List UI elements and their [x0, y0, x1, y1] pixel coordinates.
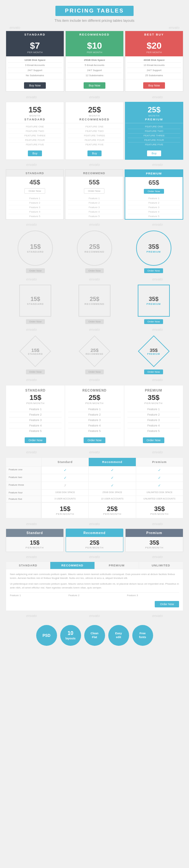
s5-recommend-square: 25$ RECOMMEND [78, 285, 111, 317]
s4-recommend-circle: 25$ RECOMMEND [77, 230, 112, 266]
s2-recommended-buy-button[interactable]: Buy [88, 151, 101, 156]
watermark: envato [26, 222, 37, 226]
s8-feature-row-4: Feature five 3 USER ACCOUNTS 10 USER ACC… [6, 496, 183, 502]
watermark: envato [152, 450, 163, 454]
section8: Standard Recommend Premium Feature one ✓… [6, 458, 183, 518]
s1-standard-price-area: $7 PER MONTH [6, 38, 64, 56]
s6-item-premium: 35$ PREMIUM Order Now [139, 337, 168, 374]
badge-layouts: 10 layouts [60, 625, 81, 646]
s10-tabs: STANDARD RECOMMEND PREMIUM UNLIMITED [6, 562, 183, 569]
s1-card-recommended: RECOMMENDED $10 PER MONTH 25GB Disk Spac… [65, 31, 124, 92]
section2: 15$ MONTH STANDARD FEATURE ONE FEATURE T… [0, 100, 189, 162]
s1-recommended-buy-button[interactable]: Buy Now [84, 82, 105, 89]
s10-feature-1: Feature 1 [10, 594, 62, 597]
badge-easy-edit: Easy edit [108, 625, 129, 646]
watermark: envato [26, 328, 37, 331]
watermark: envato [89, 328, 100, 331]
s1-standard-per: PER MONTH [7, 51, 62, 54]
tab-standard[interactable]: STANDARD [6, 562, 50, 569]
watermark: envato [89, 522, 100, 526]
s1-bestbuy-features: 40GB Disk Space 13 Email Accounts 24/7 S… [125, 56, 183, 79]
s7-premium-order-button[interactable]: Order Now [143, 437, 165, 443]
s4-premium-order-button[interactable]: Order Now [144, 268, 163, 273]
watermark: envato [89, 95, 100, 99]
s8-feature-row-3: Feature four 10GB DISK SPACE 25GB DISK S… [6, 490, 183, 496]
s1-feat-1: 3 Email Accounts [8, 63, 62, 68]
tab-recommend[interactable]: RECOMMEND [50, 562, 94, 569]
watermark: envato [89, 222, 100, 226]
s1-standard-buy-button[interactable]: Buy Now [24, 82, 46, 89]
footer-badges: PSD 10 layouts Clean Flat Easy edit Free… [0, 619, 189, 652]
badge-free-fonts: Free fonts [132, 625, 153, 646]
s1-bestbuy-price-area: $20 PER MONTH [125, 38, 183, 56]
s4-standard-order-button[interactable]: Order Now [26, 268, 45, 273]
s7-col-premium: PREMIUM 35$ PER/MONTH Feature 1 Feature … [124, 385, 183, 446]
s5-item-standard: 15$ STANDARD Order Now [19, 285, 51, 324]
s6-item-standard: 15$ STANDARD Order Now [21, 337, 50, 374]
watermark: envato [152, 328, 163, 331]
watermark: envato [89, 555, 100, 559]
s4-item-recommend: 25$ RECOMMEND Order Now [77, 230, 112, 273]
section4: 15$ STANDARD Order Now 25$ RECOMMEND Ord… [0, 227, 189, 276]
s6-recommend-order-button[interactable]: Order Now [85, 370, 104, 374]
s4-standard-circle: 15$ STANDARD [18, 230, 53, 266]
s1-standard-btn-area: Buy Now [6, 79, 64, 91]
s3-card-standard: STANDARD 45$ Order Now Feature 1 Feature… [6, 169, 64, 220]
watermark: envato [89, 378, 100, 382]
s2-premium-price: 25$ [128, 105, 180, 114]
s1-standard-header: STANDARD [6, 31, 64, 38]
s1-card-bestbuy: BEST BUY $20 PER MONTH 40GB Disk Space 1… [125, 31, 183, 92]
s10-order-button[interactable]: Order Now [155, 601, 179, 608]
watermark: envato [89, 163, 100, 166]
s2-standard-buy-button[interactable]: Buy [28, 151, 42, 156]
watermark: envato [26, 522, 37, 526]
s4-recommend-order-button[interactable]: Order Now [85, 268, 104, 273]
section7: STANDARD 15$ PER/MONTH Feature 1 Feature… [6, 385, 183, 447]
s3-standard-order-button[interactable]: Order Now [24, 188, 45, 194]
watermark: envato [152, 378, 163, 382]
s7-recommend-order-button[interactable]: Order Now [84, 437, 105, 443]
s10-feature-2: Feature 2 [68, 594, 121, 597]
title-bar: PRICING TABLES [55, 6, 134, 16]
s1-bestbuy-buy-button[interactable]: Buy Now [143, 82, 165, 89]
s8-feature-row-2: Feature three ✗ ✓ ✓ [6, 482, 183, 490]
s1-bestbuy-per: PER MONTH [127, 51, 182, 54]
s1-bestbuy-price: $20 [127, 41, 182, 51]
tab-unlimited[interactable]: UNLIMITED [139, 562, 183, 569]
s5-item-premium: 35$ PREMIUM Order Now [138, 285, 170, 324]
s1-recommended-btn-area: Buy Now [66, 79, 123, 91]
s7-standard-order-button[interactable]: Order Now [25, 437, 46, 443]
s2-premium-buy-button[interactable]: Buy [147, 151, 161, 156]
badge-clean-flat: Clean Flat [84, 625, 105, 646]
s5-item-recommend: 25$ RECOMMEND Order Now [78, 285, 111, 324]
s8-feature-row-0: Feature one ✓ ✓ ✓ [6, 466, 183, 474]
s6-item-recommend: 25$ RECOMMEND Order Now [80, 337, 109, 374]
s2-card-recommended: 25$ MONTH RECOMMENDED FEATURE ONE FEATUR… [65, 102, 124, 160]
s6-premium-order-button[interactable]: Order Now [144, 370, 163, 374]
s4-premium-circle: 35$ PREMIUM [136, 230, 171, 266]
s6-standard-order-button[interactable]: Order Now [26, 370, 45, 374]
watermark: envato [152, 555, 163, 559]
s5-standard-order-button[interactable]: Order Now [26, 319, 45, 324]
page-header: PRICING TABLES This item include ten dif… [0, 0, 189, 26]
s9-card-standard: Standard 15$ PER/MONTH [6, 529, 64, 552]
s8-feature-row-1: Feature two ✓ ✓ ✓ [6, 474, 183, 482]
watermark: envato [152, 163, 163, 166]
s10-feature-3: Feature 3 [127, 594, 179, 597]
tab-premium[interactable]: PREMIUM [95, 562, 139, 569]
s5-premium-order-button[interactable]: Order Now [144, 319, 163, 324]
watermark: envato [26, 614, 37, 618]
s7-col-recommend: RECOMMEND 25$ PER/MONTH Feature 1 Featur… [65, 385, 124, 446]
s5-recommend-order-button[interactable]: Order Now [85, 319, 104, 324]
s1-card-standard: STANDARD $7 PER MONTH 12GB Disk Space 3 … [6, 31, 64, 92]
watermark: envato [26, 450, 37, 454]
s3-premium-order-button[interactable]: Order Now [144, 189, 164, 194]
watermark: envato [89, 277, 100, 281]
s9-card-premium: Premium 35$ PER/MONTH [125, 529, 183, 552]
s2-card-standard: 15$ MONTH STANDARD FEATURE ONE FEATURE T… [6, 102, 64, 160]
s3-recommend-order-button[interactable]: Order Now [84, 188, 105, 194]
s10-features: Feature 1 Feature 2 Feature 3 [10, 592, 179, 599]
watermark: envato [152, 614, 163, 618]
s7-col-standard: STANDARD 15$ PER/MONTH Feature 1 Feature… [6, 385, 65, 446]
section3: STANDARD 45$ Order Now Feature 1 Feature… [0, 167, 189, 222]
